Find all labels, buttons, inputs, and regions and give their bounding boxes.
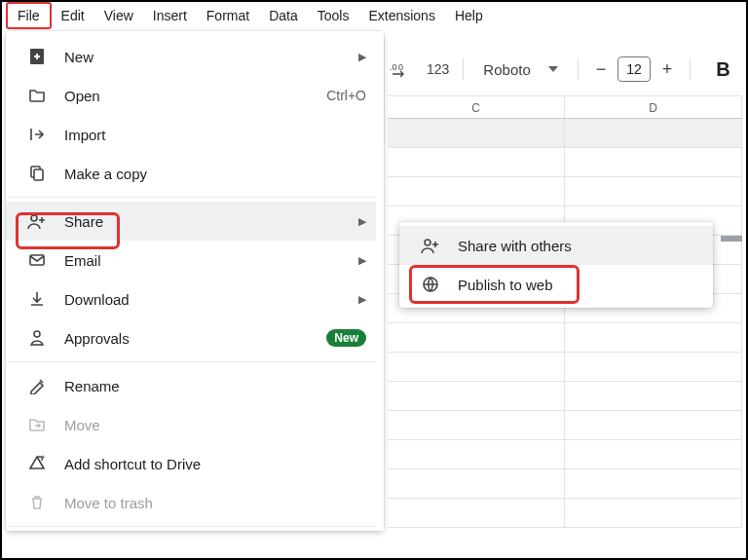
menu-label: New <box>64 49 341 65</box>
grid-row[interactable] <box>388 382 742 411</box>
menu-label: Share with others <box>458 238 695 254</box>
file-menu-add-shortcut[interactable]: + Add shortcut to Drive <box>6 444 384 483</box>
file-menu-download[interactable]: Download ▶ <box>6 280 384 318</box>
grid-row[interactable] <box>388 323 742 353</box>
email-icon <box>27 250 47 270</box>
menubar-format[interactable]: Format <box>197 4 259 27</box>
svg-point-11 <box>425 240 430 245</box>
font-size-group: − 12 + <box>592 56 677 82</box>
file-menu-move[interactable]: Move <box>6 405 384 444</box>
submenu-arrow-icon: ▶ <box>358 293 366 306</box>
svg-text:0: 0 <box>398 62 403 72</box>
grid-row[interactable] <box>388 411 742 440</box>
move-icon <box>27 415 47 434</box>
person-add-icon <box>421 236 440 255</box>
number-format-123[interactable]: 123 <box>427 61 449 77</box>
menu-label: Share <box>64 213 341 230</box>
svg-rect-8 <box>30 255 44 265</box>
grid-row[interactable] <box>388 469 742 499</box>
grid-row[interactable] <box>388 119 742 148</box>
share-with-others[interactable]: Share with others <box>399 226 713 265</box>
menu-label: Import <box>64 127 366 143</box>
menu-label: Make a copy <box>64 166 366 182</box>
new-badge: New <box>326 329 366 347</box>
menubar: File Edit View Insert Format Data Tools … <box>2 2 746 27</box>
menu-label: Open <box>64 88 309 104</box>
column-header-d[interactable]: D <box>565 96 742 118</box>
spreadsheet-grid[interactable]: C D <box>388 95 742 554</box>
file-menu-email[interactable]: Email ▶ <box>6 241 384 280</box>
grid-row[interactable] <box>388 148 742 177</box>
submenu-arrow-icon: ▶ <box>358 254 366 267</box>
menu-separator <box>6 361 384 362</box>
menu-label: Move to trash <box>64 495 366 511</box>
menubar-edit[interactable]: Edit <box>52 4 94 27</box>
file-menu-new[interactable]: New ▶ <box>6 37 384 76</box>
menu-separator <box>6 197 384 198</box>
file-menu-rename[interactable]: Rename <box>6 366 384 405</box>
menu-label: Email <box>64 252 341 269</box>
toolbar-divider <box>690 58 691 80</box>
toolbar: .00 123 Roboto − 12 + B <box>388 56 742 82</box>
bold-button[interactable]: B <box>704 58 729 81</box>
font-family-select[interactable]: Roboto <box>477 61 563 78</box>
font-family-label: Roboto <box>483 61 530 78</box>
file-menu-approvals[interactable]: Approvals New <box>6 318 384 357</box>
menu-separator <box>6 526 384 527</box>
person-add-icon <box>27 211 47 231</box>
globe-icon <box>421 275 440 294</box>
file-menu-share[interactable]: Share ▶ <box>6 202 384 241</box>
menubar-view[interactable]: View <box>94 4 143 27</box>
download-icon <box>27 289 47 309</box>
svg-text:+: + <box>41 455 46 462</box>
column-header-c[interactable]: C <box>388 96 565 118</box>
new-file-icon <box>27 47 47 66</box>
column-headers: C D <box>388 95 742 119</box>
svg-rect-6 <box>34 169 43 180</box>
menu-label: Move <box>64 417 366 433</box>
grid-row[interactable] <box>388 499 742 528</box>
rename-icon <box>27 376 47 395</box>
font-size-decrease[interactable]: − <box>592 59 611 80</box>
font-size-increase[interactable]: + <box>658 59 677 80</box>
file-menu-make-copy[interactable]: Make a copy <box>6 154 384 193</box>
file-menu-import[interactable]: Import <box>6 115 384 154</box>
menu-label: Approvals <box>64 330 309 347</box>
svg-rect-4 <box>36 54 38 59</box>
submenu-arrow-icon: ▶ <box>358 51 366 63</box>
grid-rows <box>388 119 742 528</box>
decrease-decimal-icon[interactable]: .00 <box>388 56 413 82</box>
grid-row[interactable] <box>388 353 742 382</box>
font-size-input[interactable]: 12 <box>617 56 651 82</box>
row-indicator <box>721 236 742 242</box>
svg-text:.0: .0 <box>390 62 397 72</box>
share-submenu: Share with others Publish to web <box>399 222 713 308</box>
menu-label: Publish to web <box>458 277 695 293</box>
menu-label: Add shortcut to Drive <box>64 456 366 472</box>
menubar-data[interactable]: Data <box>259 4 308 27</box>
file-menu-dropdown: New ▶ Open Ctrl+O Import Make a copy Sha… <box>6 31 384 531</box>
file-menu-open[interactable]: Open Ctrl+O <box>6 76 384 115</box>
folder-open-icon <box>27 86 47 105</box>
file-menu-move-to-trash[interactable]: Move to trash <box>6 483 384 522</box>
svg-point-9 <box>34 331 40 337</box>
menubar-extensions[interactable]: Extensions <box>358 4 444 27</box>
trash-icon <box>27 493 47 512</box>
scrollbar-thumb[interactable] <box>379 37 385 144</box>
svg-point-7 <box>31 215 37 221</box>
menu-shortcut: Ctrl+O <box>326 88 366 103</box>
menu-label: Rename <box>64 378 366 394</box>
publish-to-web[interactable]: Publish to web <box>399 265 713 304</box>
grid-row[interactable] <box>388 440 742 469</box>
grid-row[interactable] <box>388 177 742 206</box>
caret-down-icon <box>548 66 558 72</box>
copy-icon <box>27 164 47 183</box>
approvals-icon <box>27 328 47 348</box>
toolbar-divider <box>463 58 464 80</box>
menubar-tools[interactable]: Tools <box>308 4 359 27</box>
submenu-arrow-icon: ▶ <box>358 215 366 228</box>
drive-shortcut-icon: + <box>27 454 47 473</box>
menubar-help[interactable]: Help <box>445 4 493 27</box>
menubar-file[interactable]: File <box>6 2 52 29</box>
menubar-insert[interactable]: Insert <box>143 4 197 27</box>
